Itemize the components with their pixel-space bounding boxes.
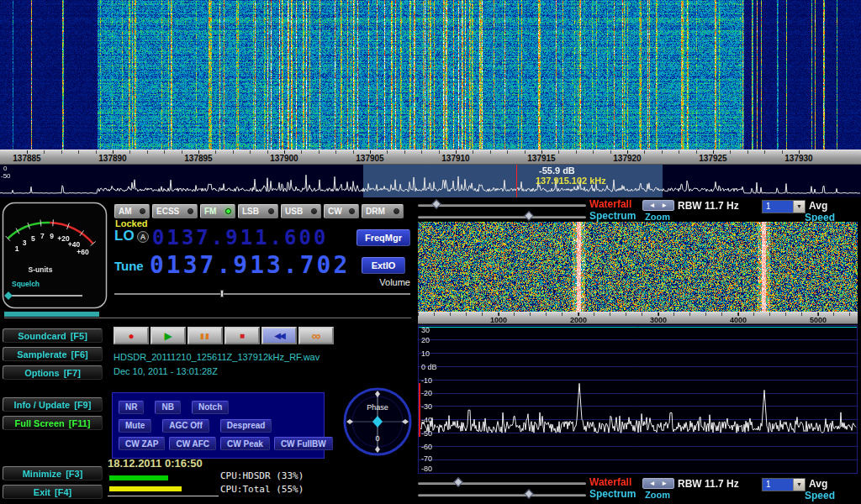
mode-label: ECSS [156,207,179,216]
options-button[interactable]: Options[F7] [3,365,103,380]
meter-tick-label: 3 [23,239,27,247]
nr-button[interactable]: NR [119,401,144,414]
audio-tick-label: 5000 [801,316,835,324]
spectrum-y-tick: -10 [421,376,432,385]
soundcard-button[interactable]: Soundcard[F5] [3,328,103,343]
despread-button[interactable]: Despread [220,419,272,433]
waterfall-brightness-slider[interactable] [418,204,586,207]
squelch-slider[interactable] [4,318,411,318]
cw-zap-button[interactable]: CW ZAP [119,437,165,450]
zoom-label: Zoom [645,212,670,222]
mode-led [140,208,145,214]
zoom-spinner[interactable]: ◄ ► [642,478,674,489]
spectrum-y-tick: -60 [421,443,432,451]
cw-fullbw-button[interactable]: CW FullBW [274,437,333,450]
button-key: [F4] [55,487,71,497]
slider-thumb[interactable] [431,199,441,208]
combo-arrow-icon[interactable]: ▼ [793,479,805,491]
mode-usb-button[interactable]: USB [281,204,321,218]
volume-slider[interactable] [114,293,410,295]
cpu-divider [108,496,219,496]
loop-button[interactable]: ∞ [298,327,334,344]
notch-button[interactable]: Notch [192,401,229,414]
stop-button[interactable]: ■ [224,327,260,344]
mode-drm-button[interactable]: DRM [362,204,404,218]
extio-button[interactable]: ExtIO [362,257,405,274]
record-button[interactable]: ● [114,327,149,344]
button-key: [F11] [69,418,91,428]
agc-off-button[interactable]: AGC Off [162,419,209,433]
mode-cw-button[interactable]: CW [324,204,359,218]
mode-label: DRM [366,207,385,216]
slider-thumb[interactable] [453,477,462,486]
audio-waterfall[interactable] [418,222,858,312]
spin-right-icon[interactable]: ► [661,480,668,487]
waterfall-tab[interactable]: Waterfall [589,476,631,488]
spin-left-icon[interactable]: ◄ [649,202,656,209]
audio-frequency-scale[interactable]: 1000 2000 3000 4000 5000 [418,312,858,324]
freq-tick-label: 137910 [437,154,474,163]
mode-am-button[interactable]: AM [114,204,150,218]
spin-right-icon[interactable]: ► [661,202,668,209]
info-update-button[interactable]: Info / Update[F9] [3,397,103,412]
cw-afc-button[interactable]: CW AFC [169,437,216,450]
play-icon: ▶ [164,330,172,342]
avg-select[interactable]: 1 ▼ [762,478,806,491]
rewind-button[interactable]: ◀◀ [261,327,297,344]
mode-ecss-button[interactable]: ECSS [152,204,198,218]
waterfall-contrast-slider[interactable] [418,216,586,218]
audio-tick-label: 3000 [642,316,675,324]
freq-tick-label: 137905 [351,154,388,163]
spectrum-tab[interactable]: Spectrum [589,488,636,500]
lo-lock-button[interactable]: A [137,231,149,243]
button-label: Options [24,368,60,378]
samplerate-button[interactable]: Samplerate[F6] [3,347,103,361]
zoom-spinner[interactable]: ◄ ► [642,200,674,211]
avg-select[interactable]: 1 ▼ [762,200,806,213]
waterfall-tab[interactable]: Waterfall [589,198,631,210]
button-label: Exit [34,487,50,497]
freqmgr-button[interactable]: FreqMgr [357,229,410,246]
frequency-scale[interactable]: 137885 137890 137895 137900 137905 13791… [0,150,861,165]
play-button[interactable]: ▶ [151,327,186,344]
pause-icon: ▮▮ [200,332,210,340]
speed-label: Speed [805,490,835,501]
notch-label: Notch [198,402,222,412]
hdsdr-window: 137885 137890 137895 137900 137905 13791… [0,0,861,504]
waterfall-brightness-slider[interactable] [418,482,586,485]
waterfall-contrast-slider[interactable] [418,494,586,496]
audio-spectrum[interactable]: 30 20 10 0 dB -10 -20 -30 -40 -50 -60 -7… [418,325,858,474]
tune-frequency[interactable]: 0137.913.702 [150,251,350,279]
meter-tick-label: 1 [15,244,19,253]
mute-button[interactable]: Mute [119,419,151,433]
volume-thumb[interactable] [220,290,224,297]
fullscreen-button[interactable]: Full Screen[F11] [3,416,103,430]
overview-spectrum[interactable]: 0 -50 -55.9 dB 137.915.102 kHz [0,165,861,197]
rbw-label: RBW 11.7 Hz [678,200,739,212]
minimize-button[interactable]: Minimize[F3] [3,466,103,480]
audio-spectrum-canvas[interactable] [419,326,857,473]
overview-spectrum-canvas[interactable] [0,165,861,197]
mode-led [188,208,193,214]
avg-select-value: 1 [763,479,793,491]
exit-button[interactable]: Exit[F4] [3,485,103,499]
audio-tick-label: 2000 [562,316,595,324]
nb-button[interactable]: NB [155,401,180,414]
main-waterfall[interactable] [0,0,861,150]
phase-dial[interactable]: Phase 0 [343,387,412,456]
freq-tick-label: 137930 [780,154,817,163]
mode-lsb-button[interactable]: LSB [238,204,278,218]
spin-left-icon[interactable]: ◄ [649,480,656,487]
s-meter[interactable]: 1 3 5 7 9 +20 +40 +60 S-units Squelch [2,202,108,309]
spectrum-tab[interactable]: Spectrum [589,210,636,222]
slider-thumb[interactable] [524,489,533,498]
pause-button[interactable]: ▮▮ [188,327,223,344]
lo-frequency[interactable]: 0137.911.600 [152,226,328,249]
cw-peak-button[interactable]: CW Peak [220,437,270,450]
slider-thumb[interactable] [524,211,533,220]
mode-fm-button[interactable]: FM [200,204,235,218]
combo-arrow-icon[interactable]: ▼ [793,201,805,213]
button-key: [F3] [66,469,82,479]
freq-tick-label: 137915 [523,154,560,163]
mode-label: LSB [242,207,259,216]
